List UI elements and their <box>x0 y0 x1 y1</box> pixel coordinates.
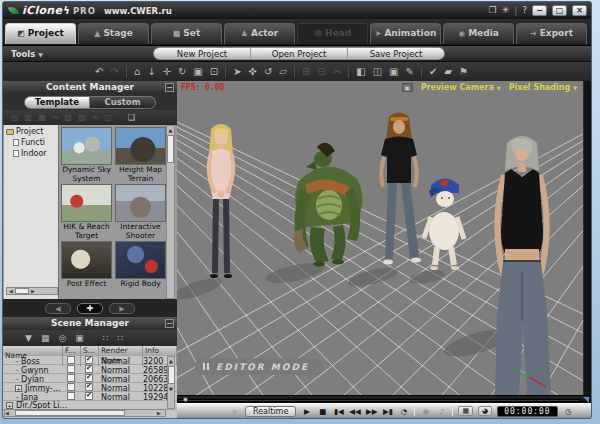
show-checkbox[interactable]: ✔ <box>85 383 93 391</box>
record-icon[interactable]: ◉ <box>420 405 431 418</box>
tree-item-function[interactable]: Functi <box>4 136 58 147</box>
character-green-monster[interactable] <box>294 143 363 267</box>
ungroup-icon[interactable]: ∷ <box>118 329 124 347</box>
undo-icon[interactable]: ↶ <box>95 63 103 81</box>
properties-icon[interactable]: ▣ <box>75 329 84 347</box>
speed-icon[interactable]: ◔ <box>398 405 409 418</box>
first-frame-button[interactable]: ▮◀ <box>333 405 344 418</box>
tab-head[interactable]: ☻Head <box>297 23 368 44</box>
import-icon[interactable]: ↓ <box>147 63 155 81</box>
new-folder-icon[interactable]: ▤ <box>11 111 19 124</box>
paint-icon[interactable]: ▰ <box>444 63 452 81</box>
scroll-left-icon[interactable]: ◀ <box>5 410 13 416</box>
last-frame-button[interactable]: ▶▮ <box>382 405 393 418</box>
character-silver-hair-woman[interactable] <box>495 136 551 395</box>
speed-gauge-button[interactable]: ◕ <box>478 406 492 416</box>
move-tool-icon[interactable]: ✛ <box>163 63 171 81</box>
scrollbar-thumb[interactable] <box>15 410 125 416</box>
freeze-checkbox[interactable] <box>67 356 75 364</box>
expand-icon[interactable]: + <box>15 385 22 392</box>
scrollbar-thumb[interactable] <box>168 366 175 384</box>
marquee-select-icon[interactable]: ⊡ <box>210 63 218 81</box>
table-horizontal-scrollbar[interactable]: ◀ ▶ <box>4 409 166 417</box>
camera-view-toggle-button[interactable]: ▣ <box>402 83 413 92</box>
scrollbar-thumb[interactable] <box>167 135 174 163</box>
tab-template[interactable]: Template <box>24 96 90 109</box>
copy-icon[interactable]: ▧ <box>64 111 72 124</box>
scale-gizmo-icon[interactable]: ▱ <box>279 63 287 81</box>
collapse-icon[interactable]: − <box>165 319 174 328</box>
tree-item-project[interactable]: Project <box>4 125 58 136</box>
template-item-rigid-body[interactable]: Rigid Body <box>115 241 166 297</box>
save-project-button[interactable]: Save Project <box>348 48 444 59</box>
open-project-button[interactable]: Open Project <box>251 48 348 59</box>
tab-custom[interactable]: Custom <box>90 96 156 109</box>
template-item-post-effect[interactable]: Post Effect <box>61 241 112 297</box>
search-icon[interactable]: ◎ <box>58 329 66 347</box>
fast-forward-button[interactable]: ▶▶ <box>366 405 378 418</box>
close-button[interactable]: × <box>572 5 587 16</box>
scrollbar-thumb[interactable] <box>15 288 29 294</box>
character-man-black-shirt[interactable] <box>381 113 421 265</box>
scroll-right-icon[interactable]: ▶ <box>157 410 165 416</box>
rotate-tool-icon[interactable]: ↻ <box>178 63 186 81</box>
layout-full-icon[interactable]: ▣ <box>389 63 398 81</box>
home-icon[interactable]: ⌂ <box>134 63 140 81</box>
filter-icon[interactable]: ▼ <box>25 329 32 347</box>
add-content-button[interactable]: ✚ <box>77 303 103 314</box>
camera-selector[interactable]: Preview Camera▼ <box>421 83 501 92</box>
scroll-left-icon[interactable]: ◀ <box>7 288 15 294</box>
display-switch-icon[interactable]: ❐ <box>489 5 497 16</box>
layout-quad-icon[interactable]: ◫ <box>373 63 382 81</box>
realtime-button[interactable]: Realtime <box>245 406 296 417</box>
playhead-handle[interactable] <box>183 397 188 402</box>
detach-icon[interactable]: ✂ <box>333 63 341 81</box>
template-item-height-map[interactable]: Height Map Terrain <box>115 127 166 183</box>
expand-icon[interactable]: + <box>6 402 13 409</box>
freeze-checkbox[interactable] <box>67 392 75 400</box>
template-item-dynamic-sky[interactable]: Dynamic Sky System <box>61 127 112 183</box>
pen-icon[interactable]: ✎ <box>406 63 414 81</box>
character-blonde-woman[interactable] <box>209 124 234 278</box>
minimize-button[interactable]: − <box>532 5 547 16</box>
scroll-right-icon[interactable]: ▶ <box>29 288 37 294</box>
tools-menu-button[interactable]: Tools▼ <box>11 48 43 61</box>
check-icon[interactable]: ✔ <box>429 63 437 81</box>
new-project-button[interactable]: New Project <box>154 48 251 59</box>
prev-page-button[interactable]: ◀ <box>45 303 71 314</box>
group-icon[interactable]: ∷ <box>103 329 109 347</box>
tab-set[interactable]: ■Set <box>151 23 222 44</box>
maximize-button[interactable]: □ <box>552 5 567 16</box>
settings-gear-icon[interactable]: ✳ <box>502 5 510 16</box>
layers-icon[interactable]: ▦ <box>41 329 50 347</box>
show-checkbox[interactable]: ✔ <box>85 392 93 400</box>
next-page-button[interactable]: ▶ <box>109 303 135 314</box>
object-mode-icon[interactable]: ▣ <box>193 63 202 81</box>
scroll-down-icon[interactable]: ▼ <box>168 385 174 393</box>
template-item-interactive-shooter[interactable]: Interactive Shooter <box>115 184 166 240</box>
paste-icon[interactable]: ▨ <box>78 111 86 124</box>
scroll-up-icon[interactable]: ▲ <box>168 357 174 365</box>
viewport-3d[interactable]: FPS: 0.00 ▣ Preview Camera▼ Pixel Shadin… <box>177 81 583 395</box>
clock-icon[interactable]: ◷ <box>563 405 574 418</box>
tab-media[interactable]: ◉Media <box>443 23 514 44</box>
stop-button[interactable]: ■ <box>317 405 328 418</box>
redo-icon[interactable]: ↷ <box>110 63 118 81</box>
rewind-button[interactable]: ◀◀ <box>349 405 361 418</box>
tree-horizontal-scrollbar[interactable]: ◀ ▶ <box>6 287 58 295</box>
scroll-up-icon[interactable]: ▲ <box>167 126 174 134</box>
help-icon[interactable]: ? <box>522 5 527 16</box>
rename-icon[interactable]: ▦ <box>38 111 46 124</box>
tab-project[interactable]: ◩Project <box>5 23 76 44</box>
tab-actor[interactable]: ♟Actor <box>224 23 295 44</box>
open-folder-icon[interactable]: ❏ <box>128 111 135 124</box>
show-checkbox[interactable]: ✔ <box>85 356 93 364</box>
content-vertical-scrollbar[interactable]: ▲ <box>166 125 175 299</box>
cut-icon[interactable]: ✂ <box>52 111 59 124</box>
loop-icon[interactable]: ∞ <box>229 405 240 418</box>
show-checkbox[interactable]: ✔ <box>85 374 93 382</box>
rotate-gizmo-icon[interactable]: ↺ <box>264 63 272 81</box>
template-item-hik-reach[interactable]: HIK & Reach Target <box>61 184 112 240</box>
play-button[interactable]: ▶ <box>301 405 312 418</box>
timeline-track[interactable] <box>177 395 591 403</box>
